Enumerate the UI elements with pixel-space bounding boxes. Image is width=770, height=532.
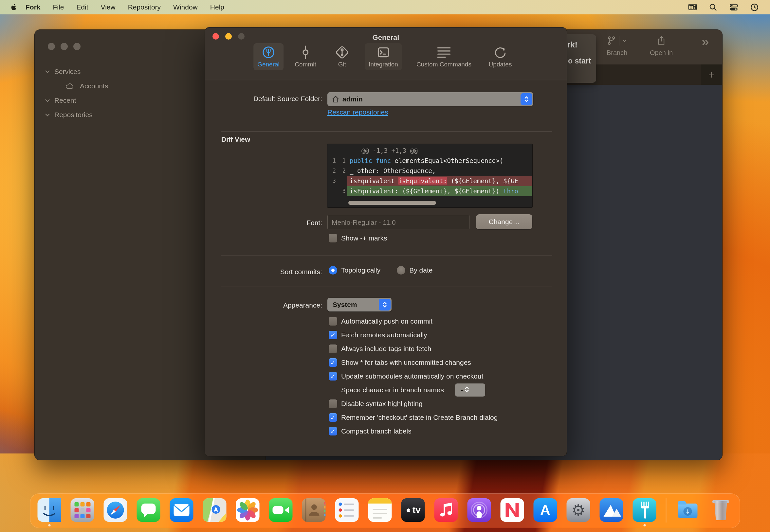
tab-general[interactable]: General xyxy=(253,43,283,70)
clock-icon[interactable] xyxy=(750,3,759,12)
popup-stepper-icon xyxy=(521,93,532,105)
change-font-button[interactable]: Change… xyxy=(476,214,532,229)
fetch-remotes-checkbox[interactable]: ✓ xyxy=(329,331,337,339)
option-row: ✓ Disable syntax highlighting xyxy=(329,397,498,411)
dock-reminders[interactable] xyxy=(335,498,359,522)
option-row: ✓ Remember 'checkout' state in Create Br… xyxy=(329,411,498,424)
dock-notes[interactable] xyxy=(368,498,392,522)
tab-updates[interactable]: Updates xyxy=(485,43,516,70)
dock-apple-tv[interactable]: tv xyxy=(402,498,425,522)
window-minimize-button[interactable] xyxy=(61,43,68,50)
radio-by-date-label: By date xyxy=(409,266,433,274)
include-tags-checkbox[interactable]: ✓ xyxy=(329,345,337,353)
sidebar-item-label: Accounts xyxy=(80,82,108,90)
divider xyxy=(221,287,552,287)
radio-topologically-label: Topologically xyxy=(341,266,380,274)
menu-edit[interactable]: Edit xyxy=(76,3,88,11)
radio-topologically[interactable] xyxy=(329,266,337,275)
tab-git[interactable]: Git xyxy=(331,43,353,70)
appearance-value: System xyxy=(332,301,357,309)
option-row-space-character: Space character in branch names: - xyxy=(329,383,498,397)
keyboard-icon[interactable] xyxy=(688,3,697,12)
dock-podcasts[interactable] xyxy=(468,498,491,522)
preferences-dialog: General General Commit Git Integration C… xyxy=(205,27,567,456)
dock-finder[interactable] xyxy=(38,498,61,522)
download-arrow-icon: ↓ xyxy=(685,508,690,515)
popup-stepper-icon xyxy=(379,299,391,310)
tab-integration[interactable]: Integration xyxy=(365,43,402,70)
option-row: ✓ Update submodules automatically on che… xyxy=(329,369,498,383)
disable-syntax-checkbox[interactable]: ✓ xyxy=(329,399,337,408)
window-close-button[interactable] xyxy=(48,43,55,50)
dock-trash[interactable] xyxy=(709,498,733,522)
new-tab-button[interactable]: + xyxy=(701,64,722,85)
space-character-popup[interactable]: - xyxy=(455,383,485,397)
options-list: ✓ Automatically push on commit ✓ Fetch r… xyxy=(329,314,498,438)
dock-downloads-folder[interactable]: ↓ xyxy=(676,498,700,522)
dialog-header: General General Commit Git Integration C… xyxy=(205,27,567,80)
menu-view[interactable]: View xyxy=(101,3,116,11)
chevron-down-icon[interactable] xyxy=(44,111,51,118)
dock-photos[interactable] xyxy=(236,498,260,522)
diff-view-label: Diff View xyxy=(221,135,250,143)
remember-checkout-checkbox[interactable]: ✓ xyxy=(329,413,337,422)
diff-horizontal-scrollbar[interactable] xyxy=(348,201,436,205)
dock-launchpad[interactable] xyxy=(71,498,94,522)
sidebar-item-label: Repositories xyxy=(54,111,93,119)
update-submodules-checkbox[interactable]: ✓ xyxy=(329,372,337,381)
fork-general-icon xyxy=(261,45,276,60)
tab-custom-commands[interactable]: Custom Commands xyxy=(413,43,475,70)
dock-app-store[interactable]: A xyxy=(534,498,557,522)
menu-window[interactable]: Window xyxy=(173,3,198,11)
window-zoom-button[interactable] xyxy=(73,43,81,50)
dock-news[interactable] xyxy=(501,498,524,522)
dock-facetime[interactable] xyxy=(269,498,293,522)
diff-line: 22 _ other: OtherSequence, xyxy=(327,166,532,176)
radio-by-date[interactable] xyxy=(397,266,405,275)
menu-help[interactable]: Help xyxy=(210,3,224,11)
chevron-down-icon[interactable] xyxy=(44,97,51,104)
desktop: Fork File Edit View Repository Window He… xyxy=(0,0,770,532)
show-marks-label: Show -+ marks xyxy=(341,234,387,242)
diff-line-added: 3 isEquivalent: (${GElement}, ${GElement… xyxy=(327,186,532,196)
font-value-field: Menlo-Regular - 11.0 xyxy=(327,215,470,229)
chevron-down-icon[interactable] xyxy=(44,68,51,75)
control-center-icon[interactable] xyxy=(729,3,738,12)
sidebar-item-label: Recent xyxy=(54,97,76,104)
dock-mountains-app[interactable] xyxy=(600,498,623,522)
welcome-text-2: o start xyxy=(568,57,591,65)
menu-repository[interactable]: Repository xyxy=(128,3,161,11)
show-star-tabs-checkbox[interactable]: ✓ xyxy=(329,358,337,367)
toolbar-overflow-button[interactable]: » xyxy=(702,35,709,48)
appearance-popup[interactable]: System xyxy=(327,298,392,311)
menu-file[interactable]: File xyxy=(53,3,64,11)
rescan-repositories-link[interactable]: Rescan repositories xyxy=(327,108,388,116)
source-folder-label: Default Source Folder: xyxy=(205,95,322,103)
dock-mail[interactable] xyxy=(170,498,193,522)
dock-fork[interactable] xyxy=(633,498,656,522)
source-folder-popup[interactable]: admin xyxy=(327,92,533,106)
search-icon[interactable] xyxy=(709,3,718,12)
option-row: ✓ Always include tags into fetch xyxy=(329,342,498,356)
show-marks-checkbox[interactable]: ✓ xyxy=(329,234,337,242)
dock-system-settings[interactable]: ⚙ xyxy=(567,498,590,522)
dock-music[interactable] xyxy=(435,498,458,522)
menubar-app-name[interactable]: Fork xyxy=(26,3,41,11)
branch-button[interactable]: Branch xyxy=(607,35,627,57)
open-in-button[interactable]: Open in xyxy=(650,35,673,57)
appstore-letter: A xyxy=(540,502,550,518)
appearance-label: Appearance: xyxy=(205,301,322,309)
apple-menu[interactable] xyxy=(10,3,18,12)
diff-line: 11 public func elementsEqual<OtherSequen… xyxy=(327,156,532,166)
font-label: Font: xyxy=(205,219,322,227)
auto-push-checkbox[interactable]: ✓ xyxy=(329,317,337,326)
dock-safari[interactable] xyxy=(104,498,127,522)
compact-branch-labels-checkbox[interactable]: ✓ xyxy=(329,427,337,435)
dock-maps[interactable] xyxy=(203,498,226,522)
dock-contacts[interactable] xyxy=(302,498,326,522)
chevron-down-icon xyxy=(622,38,627,43)
gear-icon: ⚙ xyxy=(571,502,585,518)
dock-messages[interactable] xyxy=(137,498,160,522)
divider xyxy=(221,256,552,256)
tab-commit[interactable]: Commit xyxy=(291,43,320,70)
